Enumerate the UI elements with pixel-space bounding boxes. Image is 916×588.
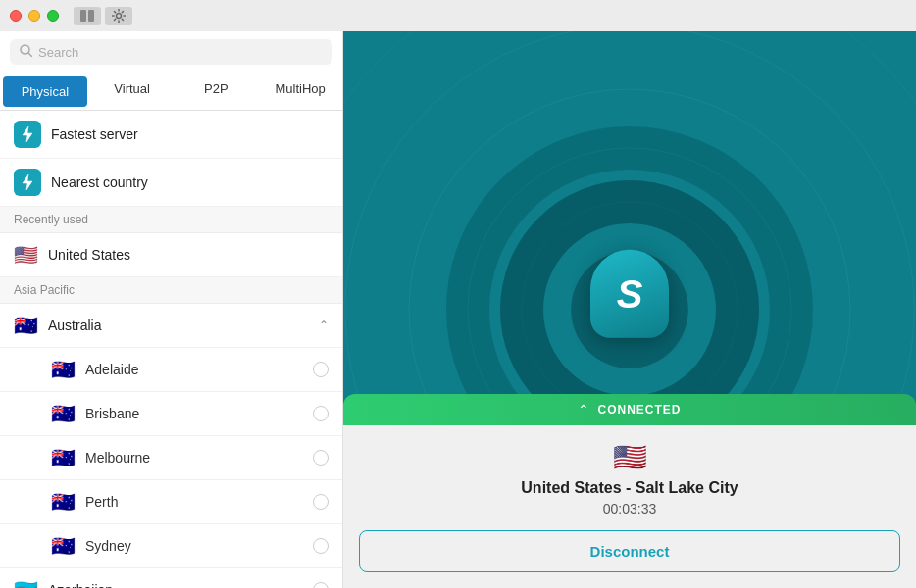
- connected-header[interactable]: ⌃ CONNECTED: [343, 394, 916, 425]
- nearest-country-item[interactable]: Nearest country: [0, 159, 342, 207]
- radio-brisbane[interactable]: [313, 406, 329, 421]
- radio-azerbaijan[interactable]: [313, 582, 329, 588]
- fastest-server-label: Fastest server: [51, 126, 329, 142]
- bolt-icon-2: [14, 169, 41, 196]
- brisbane-flag: 🇦🇺: [51, 402, 76, 425]
- country-item-azerbaijan[interactable]: 🇦🇿 Azerbaijan: [0, 568, 342, 588]
- country-item-us[interactable]: 🇺🇸 United States: [0, 233, 342, 277]
- search-icon: [20, 44, 32, 60]
- city-item-brisbane[interactable]: 🇦🇺 Brisbane: [0, 392, 342, 436]
- tab-bar: Physical Virtual P2P MultiHop: [0, 74, 342, 111]
- close-button[interactable]: [10, 10, 22, 22]
- adelaide-flag: 🇦🇺: [51, 358, 76, 381]
- australia-flag: 🇦🇺: [14, 314, 38, 337]
- chevron-up-white-icon: ⌃: [578, 402, 589, 417]
- melbourne-name: Melbourne: [85, 450, 303, 466]
- svg-rect-1: [88, 10, 94, 22]
- sidebar: Physical Virtual P2P MultiHop Fastest se…: [0, 31, 343, 588]
- titlebar: [0, 0, 916, 31]
- tab-virtual[interactable]: Virtual: [90, 74, 175, 110]
- azerbaijan-name: Azerbaijan: [48, 582, 303, 588]
- logo-letter: S: [617, 274, 643, 314]
- sydney-name: Sydney: [85, 538, 303, 554]
- settings-button[interactable]: [105, 7, 132, 24]
- minimize-button[interactable]: [28, 10, 40, 22]
- disconnect-button[interactable]: Disconnect: [359, 530, 900, 572]
- svg-line-4: [28, 53, 32, 57]
- right-panel: S ⌃ CONNECTED 🇺🇸 United States - Salt La…: [343, 31, 916, 588]
- search-bar: [0, 31, 342, 74]
- radio-sydney[interactable]: [313, 538, 329, 554]
- tab-multihop[interactable]: MultiHop: [258, 74, 342, 110]
- connected-body: 🇺🇸 United States - Salt Lake City 00:03:…: [343, 425, 916, 588]
- chevron-up-icon: ⌃: [319, 318, 329, 332]
- connected-status-label: CONNECTED: [597, 403, 681, 416]
- server-name: United States - Salt Lake City: [359, 479, 900, 497]
- server-list: Fastest server Nearest country Recently …: [0, 111, 342, 588]
- radio-melbourne[interactable]: [313, 450, 329, 466]
- asia-pacific-header: Asia Pacific: [0, 277, 342, 304]
- city-item-perth[interactable]: 🇦🇺 Perth: [0, 480, 342, 524]
- svg-rect-0: [80, 10, 86, 22]
- us-flag: 🇺🇸: [14, 243, 38, 267]
- brisbane-name: Brisbane: [85, 406, 303, 421]
- country-item-australia[interactable]: 🇦🇺 Australia ⌃: [0, 304, 342, 348]
- tab-physical[interactable]: Physical: [3, 76, 87, 107]
- radio-perth[interactable]: [313, 494, 329, 510]
- app-body: Physical Virtual P2P MultiHop Fastest se…: [0, 31, 916, 588]
- logo-shield: S: [590, 250, 669, 338]
- fastest-server-item[interactable]: Fastest server: [0, 111, 342, 159]
- tab-p2p[interactable]: P2P: [175, 74, 259, 110]
- window-split-button[interactable]: [74, 7, 101, 24]
- svg-point-2: [117, 14, 122, 19]
- melbourne-flag: 🇦🇺: [51, 446, 76, 469]
- maximize-button[interactable]: [47, 10, 59, 22]
- connection-time: 00:03:33: [359, 501, 900, 516]
- search-input[interactable]: [38, 45, 323, 60]
- azerbaijan-flag: 🇦🇿: [14, 578, 38, 588]
- server-flag: 🇺🇸: [359, 441, 900, 473]
- australia-name: Australia: [48, 318, 309, 333]
- perth-flag: 🇦🇺: [51, 490, 76, 514]
- city-item-melbourne[interactable]: 🇦🇺 Melbourne: [0, 436, 342, 480]
- search-wrap[interactable]: [10, 39, 332, 65]
- connected-card: ⌃ CONNECTED 🇺🇸 United States - Salt Lake…: [343, 394, 916, 588]
- radio-adelaide[interactable]: [313, 362, 329, 377]
- logo-container: S: [590, 250, 669, 338]
- bolt-icon: [14, 121, 41, 148]
- city-item-adelaide[interactable]: 🇦🇺 Adelaide: [0, 348, 342, 392]
- sydney-flag: 🇦🇺: [51, 534, 76, 558]
- city-item-sydney[interactable]: 🇦🇺 Sydney: [0, 524, 342, 568]
- adelaide-name: Adelaide: [85, 362, 303, 377]
- recently-used-header: Recently used: [0, 207, 342, 233]
- us-name: United States: [48, 247, 329, 263]
- perth-name: Perth: [85, 494, 303, 510]
- nearest-country-label: Nearest country: [51, 174, 329, 190]
